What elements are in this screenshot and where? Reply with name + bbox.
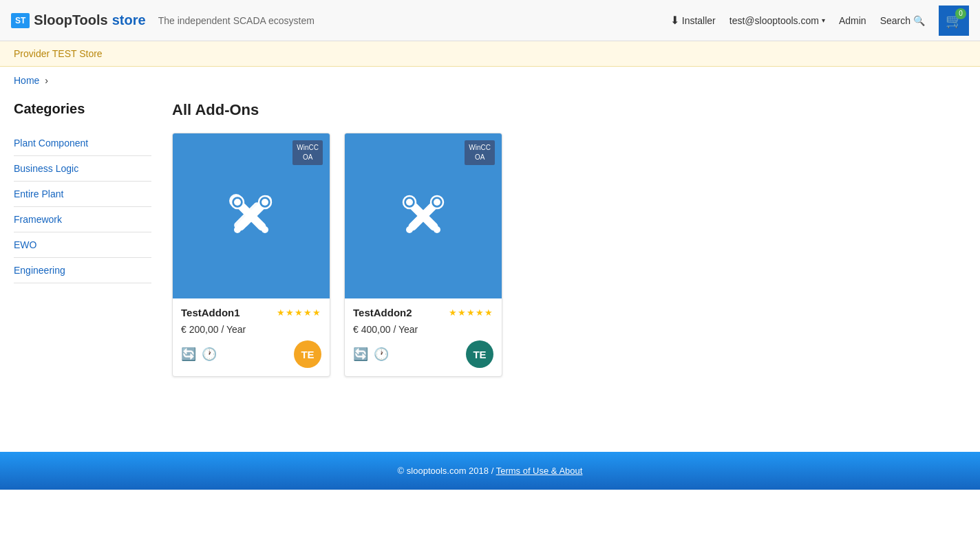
product-image-2: WinCCOA — [345, 133, 502, 298]
content: All Add-Ons WinCCOA — [172, 101, 966, 424]
footer: © slooptools.com 2018 / Terms of Use & A… — [0, 452, 980, 490]
sidebar-item-plant-component[interactable]: Plant Component — [14, 131, 151, 156]
sidebar-item-ewo[interactable]: EWO — [14, 232, 151, 258]
provider-banner-text: Provider TEST Store — [14, 48, 103, 59]
product-stars-1: ★★★★★ — [277, 307, 321, 318]
product-image-1: WinCCOA — [173, 133, 330, 298]
provider-banner: Provider TEST Store — [0, 41, 980, 67]
clock-icon-1: 🕐 — [202, 347, 217, 362]
wincc-badge-1: WinCCOA — [292, 140, 323, 165]
refresh-icon-1: 🔄 — [181, 347, 196, 362]
footer-terms-link[interactable]: Terms of Use & About — [496, 466, 583, 476]
product-card-1[interactable]: WinCCOA — [172, 133, 330, 377]
sidebar-item-framework[interactable]: Framework — [14, 207, 151, 232]
installer-label: Installer — [682, 15, 716, 26]
product-info-2: TestAddon2 ★★★★★ € 400,00 / Year 🔄 🕐 TE — [345, 298, 502, 376]
clock-icon-2: 🕐 — [374, 347, 389, 362]
sidebar-item-business-logic[interactable]: Business Logic — [14, 156, 151, 182]
user-menu[interactable]: test@slooptools.com ▾ — [729, 15, 825, 26]
svg-point-20 — [434, 199, 440, 206]
breadcrumb: Home › — [0, 67, 980, 94]
sidebar: Categories Plant Component Business Logi… — [14, 101, 151, 424]
search-icon: 🔍 — [913, 15, 925, 26]
tools-icon-1 — [224, 188, 279, 243]
installer-button[interactable]: ⬇ Installer — [670, 14, 716, 27]
logo-store: store — [112, 12, 146, 28]
logo-icon: ST — [11, 13, 30, 28]
svg-point-10 — [234, 199, 241, 206]
sidebar-title: Categories — [14, 101, 151, 117]
svg-point-12 — [262, 199, 268, 206]
header-nav: ⬇ Installer test@slooptools.com ▾ Admin … — [670, 6, 969, 36]
product-info-1: TestAddon1 ★★★★★ € 200,00 / Year 🔄 🕐 TE — [173, 298, 330, 376]
product-icons-1: 🔄 🕐 — [181, 347, 217, 362]
cart-button[interactable]: 🛒 0 — [939, 6, 969, 36]
avatar-2: TE — [466, 340, 493, 368]
refresh-icon-2: 🔄 — [353, 347, 368, 362]
logo-area: ST SloopTools store The independent SCAD… — [11, 12, 315, 28]
product-grid: WinCCOA — [172, 133, 966, 377]
product-price-2: € 400,00 / Year — [353, 324, 493, 335]
header: ST SloopTools store The independent SCAD… — [0, 0, 980, 41]
cart-badge: 0 — [955, 8, 966, 19]
content-title: All Add-Ons — [172, 101, 966, 119]
chevron-down-icon: ▾ — [822, 17, 825, 24]
search-label: Search — [880, 15, 910, 26]
svg-point-18 — [406, 199, 413, 206]
product-card-2[interactable]: WinCCOA — [344, 133, 502, 377]
product-stars-2: ★★★★★ — [449, 307, 493, 318]
product-bottom-row-1: 🔄 🕐 TE — [181, 340, 321, 368]
product-price-1: € 200,00 / Year — [181, 324, 321, 335]
user-email: test@slooptools.com — [729, 15, 819, 26]
sidebar-item-engineering[interactable]: Engineering — [14, 258, 151, 283]
product-name-2: TestAddon2 — [353, 307, 412, 318]
search-button[interactable]: Search 🔍 — [880, 15, 925, 26]
product-bottom-row-2: 🔄 🕐 TE — [353, 340, 493, 368]
footer-copyright: © slooptools.com 2018 / — [398, 466, 496, 476]
admin-label: Admin — [839, 15, 866, 26]
download-icon: ⬇ — [670, 14, 679, 27]
product-name-row-2: TestAddon2 ★★★★★ — [353, 307, 493, 318]
admin-link[interactable]: Admin — [839, 15, 866, 26]
tools-icon-2 — [396, 188, 451, 243]
wincc-badge-2: WinCCOA — [465, 140, 495, 165]
home-link[interactable]: Home — [14, 75, 39, 86]
avatar-1: TE — [294, 340, 321, 368]
logo-tagline: The independent SCADA ecosystem — [158, 15, 315, 26]
sidebar-item-entire-plant[interactable]: Entire Plant — [14, 182, 151, 207]
svg-point-14 — [262, 226, 268, 233]
breadcrumb-separator: › — [45, 75, 48, 86]
product-name-1: TestAddon1 — [181, 307, 240, 318]
main-layout: Categories Plant Component Business Logi… — [0, 94, 980, 438]
svg-point-22 — [434, 226, 440, 233]
svg-point-13 — [234, 226, 241, 233]
product-icons-2: 🔄 🕐 — [353, 347, 389, 362]
svg-point-21 — [406, 226, 413, 233]
product-name-row-1: TestAddon1 ★★★★★ — [181, 307, 321, 318]
logo-slooptools: SloopTools — [34, 12, 107, 28]
